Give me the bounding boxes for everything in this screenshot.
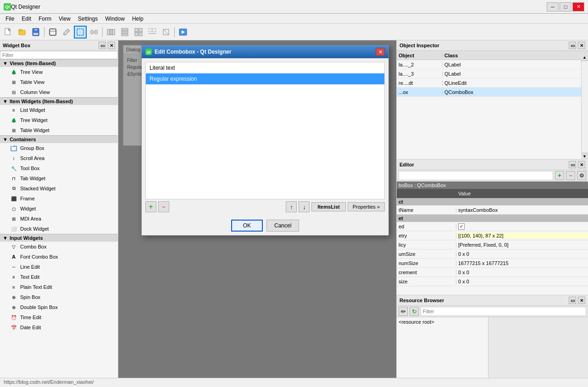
resource-filter-input[interactable] <box>421 307 586 316</box>
prop-row-size[interactable]: size 0 x 0 <box>397 277 588 286</box>
toolbar-new-btn[interactable] <box>2 26 15 39</box>
widget-box-float-btn[interactable]: ▭ <box>99 42 106 49</box>
widget-plain-text-edit[interactable]: ≡ Plain Text Edit <box>0 282 118 292</box>
category-arrow: ▼ <box>3 61 8 66</box>
dialog-properties-button[interactable]: Properties » <box>348 202 385 211</box>
menu-view[interactable]: View <box>55 15 74 23</box>
dialog-list-item-regex[interactable]: Regular expression <box>146 73 384 84</box>
menu-help[interactable]: Help <box>128 15 147 23</box>
dialog-up-button[interactable]: ↑ <box>286 201 297 212</box>
property-config-btn[interactable]: ⚙ <box>577 171 586 180</box>
prop-row-licy[interactable]: licy [Preferred, Fixed, 0, 0] <box>397 240 588 249</box>
close-button[interactable]: ✕ <box>572 2 584 11</box>
inspector-row-2[interactable]: la...._3 QLabel <box>397 69 588 78</box>
prop-row-ed[interactable]: ed ✓ <box>397 222 588 231</box>
object-inspector-close-btn[interactable]: ✕ <box>578 42 585 49</box>
resource-browser-float-btn[interactable]: ▭ <box>569 297 576 304</box>
resource-tree[interactable]: <resource root> <box>397 317 488 379</box>
prop-row-umsize[interactable]: umSize 0 x 0 <box>397 249 588 259</box>
inspector-row-4[interactable]: ...ox QComboBox <box>397 88 588 97</box>
dialog-cancel-button[interactable]: Cancel <box>266 220 299 232</box>
dialog-close-button[interactable]: ✕ <box>376 48 385 56</box>
dialog-ok-button[interactable]: OK <box>231 220 263 232</box>
toolbar-preview-btn[interactable] <box>177 26 189 39</box>
maximize-button[interactable]: □ <box>560 2 571 11</box>
inspector-class-2: QLabel <box>443 71 588 77</box>
property-remove-btn[interactable]: − <box>566 171 575 180</box>
prop-row-numsize[interactable]: numSize 16777215 x 16777215 <box>397 259 588 268</box>
toolbar-select-btn[interactable] <box>74 26 87 39</box>
widget-table-view[interactable]: ⊞ Table View <box>0 77 118 87</box>
resource-edit-btn[interactable]: ✏ <box>399 307 408 316</box>
scroll-up-btn[interactable]: ▲ <box>581 54 588 61</box>
widget-column-view[interactable]: ⊟ Column View <box>0 87 118 97</box>
toolbar-buddy-mode-btn[interactable] <box>88 26 100 39</box>
widget-stacked-widget[interactable]: ⧉ Stacked Widget <box>0 183 118 194</box>
toolbar-edit-mode-btn[interactable] <box>60 26 73 39</box>
widget-date-edit[interactable]: 📅 Date Edit <box>0 322 118 332</box>
dialog-list[interactable]: Literal text Regular expression <box>145 62 385 199</box>
widget-scroll-area[interactable]: ↕ Scroll Area <box>0 153 118 163</box>
dialog-list-item-literal[interactable]: Literal text <box>146 62 384 73</box>
widget-tab-widget[interactable]: ⊓ Tab Widget <box>0 173 118 183</box>
widget-frame[interactable]: ⬛ Frame <box>0 194 118 204</box>
inspector-row-3[interactable]: re....dt QLineEdit <box>397 78 588 88</box>
widget-dock-widget[interactable]: ⬜ Dock Widget <box>0 224 118 234</box>
menu-edit[interactable]: Edit <box>18 15 35 23</box>
menu-settings[interactable]: Settings <box>74 15 101 23</box>
dialog-add-button[interactable]: + <box>145 201 156 212</box>
widget-font-combo-box[interactable]: A Font Combo Box <box>0 252 118 262</box>
toolbar-layout-v-btn[interactable] <box>118 26 131 39</box>
inspector-class-1: QLabel <box>443 62 588 67</box>
property-add-btn[interactable]: + <box>555 171 564 180</box>
toolbar-layout-h-btn[interactable] <box>105 26 117 39</box>
widget-time-edit[interactable]: ⏰ Time Edit <box>0 312 118 322</box>
inspector-row-1[interactable]: la...._2 QLabel <box>397 60 588 69</box>
widget-tree-widget[interactable]: 🌲 Tree Widget <box>0 115 118 125</box>
widget-tool-box[interactable]: 🔧 Tool Box <box>0 163 118 173</box>
property-editor-float-btn[interactable]: ▭ <box>569 161 576 168</box>
dialog-down-button[interactable]: ↓ <box>299 201 310 212</box>
widget-widget[interactable]: ◻ Widget <box>0 204 118 214</box>
menu-file[interactable]: File <box>2 15 18 23</box>
toolbar-adjust-size-btn[interactable] <box>160 26 172 39</box>
form-designer-area[interactable]: Dialog Filter Regular expression &Syntax… <box>118 40 396 387</box>
widget-group-box[interactable]: Group Box <box>0 143 118 153</box>
checkbox-enabled[interactable]: ✓ <box>458 223 465 230</box>
widget-text-edit[interactable]: ≡ Text Edit <box>0 272 118 282</box>
toolbar-save-btn[interactable] <box>29 26 42 39</box>
text-edit-icon: ≡ <box>10 273 17 281</box>
prop-name-ed: ed <box>397 224 456 229</box>
widget-spin-box[interactable]: ⊕ Spin Box <box>0 292 118 302</box>
prop-row-tname[interactable]: tName syntaxComboBox <box>397 205 588 215</box>
menu-window[interactable]: Window <box>101 15 128 23</box>
toolbar-break-layout-btn[interactable] <box>146 26 159 39</box>
object-inspector-scrollbar[interactable]: ▲ ▼ <box>581 54 588 160</box>
property-search-input[interactable] <box>399 171 553 180</box>
resource-browser-close-btn[interactable]: ✕ <box>578 297 585 304</box>
property-table: Value ct tName syntaxComboBox et ed ✓ <box>397 189 588 295</box>
toolbar-layout-grid-btn[interactable] <box>132 26 145 39</box>
prop-section-et: et <box>397 215 588 222</box>
widget-box-filter[interactable] <box>0 51 118 59</box>
widget-line-edit[interactable]: ─ Line Edit <box>0 262 118 272</box>
widget-box-close-btn[interactable]: ✕ <box>108 42 115 49</box>
widget-table-widget[interactable]: ⊞ Table Widget <box>0 125 118 135</box>
widget-mdi-area[interactable]: ⊞ MDI Area <box>0 214 118 224</box>
scroll-down-btn[interactable]: ▼ <box>581 153 588 160</box>
menu-form[interactable]: Form <box>35 15 55 23</box>
prop-row-etry[interactable]: etry [(100, 140), 87 x 22] <box>397 231 588 240</box>
toolbar-widget-mode-btn[interactable] <box>46 26 59 39</box>
widget-tree-view[interactable]: 🌲 Tree View <box>0 67 118 77</box>
prop-row-crement[interactable]: crement 0 x 0 <box>397 268 588 277</box>
dialog-remove-button[interactable]: − <box>158 201 169 212</box>
widget-list-widget[interactable]: ≡ List Widget <box>0 105 118 115</box>
object-inspector-float-btn[interactable]: ▭ <box>569 42 576 49</box>
minimize-button[interactable]: ─ <box>547 2 559 11</box>
dialog-items-list-button[interactable]: Items List <box>311 202 345 211</box>
resource-refresh-btn[interactable]: ↻ <box>410 307 419 316</box>
widget-combo-box[interactable]: ▽ Combo Box <box>0 242 118 252</box>
toolbar-open-btn[interactable] <box>16 26 28 39</box>
property-editor-close-btn[interactable]: ✕ <box>578 161 585 168</box>
widget-double-spin-box[interactable]: ⊕ Double Spin Box <box>0 302 118 312</box>
